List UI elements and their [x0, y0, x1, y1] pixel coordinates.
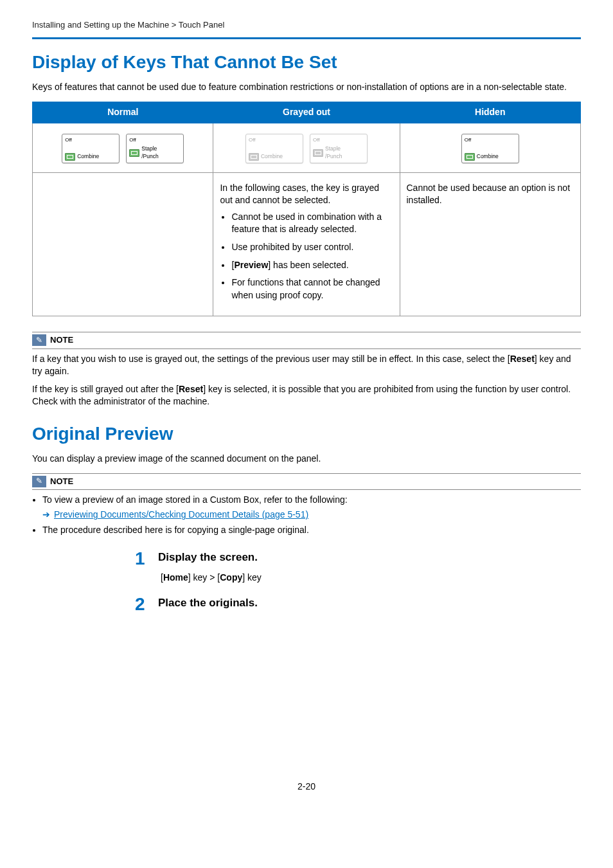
note2-li1: To view a preview of an image stored in … [42, 494, 581, 507]
section2-intro: You can display a preview image of the s… [32, 453, 581, 466]
note-icon: ✎ [32, 476, 46, 487]
xref-link[interactable]: Previewing Documents/Checking Document D… [54, 509, 308, 521]
cell-grayed-keys: Off Combine Off Staple/Punch [213, 123, 400, 172]
step-number-2: 2 [135, 595, 150, 613]
cell-grayed-desc: In the following cases, the key is graye… [213, 172, 400, 316]
grayed-case-2: Use prohibited by user control. [231, 241, 393, 254]
step-body-1: [Home] key > [Copy] key [161, 572, 581, 584]
step-title-1: Display the screen. [158, 550, 258, 565]
note-label: NOTE [50, 476, 73, 487]
grayed-case-4: For functions that cannot be changed whe… [231, 276, 393, 302]
staple-icon [313, 149, 323, 157]
section2-title: Original Preview [32, 421, 581, 446]
grayed-case-3: [Preview] has been selected. [231, 259, 393, 272]
cell-hidden-keys: Off Combine [400, 123, 581, 172]
page-number: 2-20 [32, 781, 581, 793]
note-block-2: ✎ NOTE To view a preview of an image sto… [32, 473, 581, 537]
cell-normal-keys: Off Combine Off Staple/Punch [33, 123, 213, 172]
key-combine-grayed: Off Combine [245, 134, 303, 163]
divider-top [32, 37, 581, 39]
combine-icon [465, 153, 475, 161]
cell-normal-desc [33, 172, 213, 316]
note1-p1: If a key that you wish to use is grayed … [32, 353, 581, 378]
col-header-hidden: Hidden [400, 102, 581, 123]
arrow-icon: ➔ [42, 509, 50, 521]
cell-hidden-desc: Cannot be used because an option is not … [400, 172, 581, 316]
note2-li2: The procedure described here is for copy… [42, 524, 581, 537]
step-number-1: 1 [135, 550, 150, 568]
key-combine-normal: Off Combine [62, 134, 120, 163]
combine-icon [249, 153, 259, 161]
col-header-grayed: Grayed out [213, 102, 400, 123]
note-icon: ✎ [32, 334, 46, 346]
col-header-normal: Normal [33, 102, 213, 123]
section1-title: Display of Keys That Cannot Be Set [32, 50, 581, 75]
key-staple-grayed: Off Staple/Punch [310, 134, 368, 163]
staple-icon [129, 149, 139, 157]
note-label: NOTE [50, 334, 73, 346]
note-block-1: ✎ NOTE If a key that you wish to use is … [32, 332, 581, 408]
grayed-case-1: Cannot be used in combination with a fea… [231, 211, 393, 236]
breadcrumb: Installing and Setting up the Machine > … [32, 19, 581, 31]
step-title-2: Place the originals. [158, 595, 258, 611]
key-combine-hidden: Off Combine [461, 134, 519, 163]
section1-intro: Keys of features that cannot be used due… [32, 81, 581, 94]
combine-icon [65, 153, 75, 161]
note1-p2: If the key is still grayed out after the… [32, 383, 581, 408]
key-staple-normal: Off Staple/Punch [126, 134, 184, 163]
key-state-table: Normal Grayed out Hidden Off Combine Off… [32, 102, 581, 316]
